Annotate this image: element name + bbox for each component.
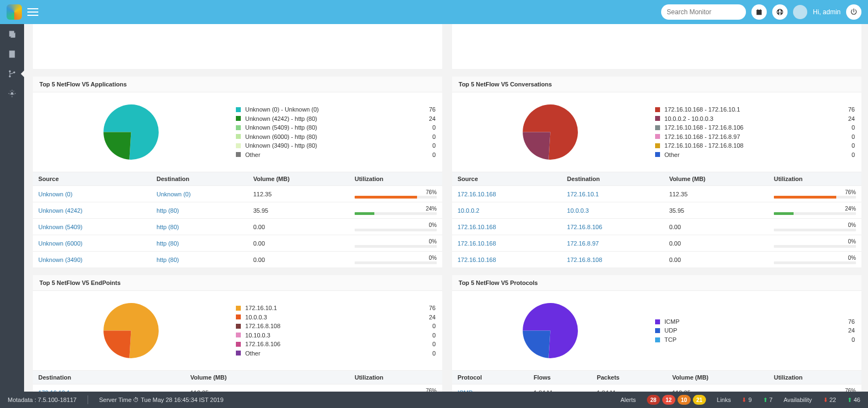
- link[interactable]: 172.16.10.168: [458, 224, 496, 230]
- link[interactable]: http (80): [157, 257, 179, 263]
- legend-swatch: [236, 125, 241, 130]
- legend-item: Unknown (6000) - http (80)0: [236, 132, 436, 142]
- legend-swatch: [236, 306, 241, 311]
- legend-swatch: [236, 152, 241, 157]
- utilization-pct: 0%: [355, 222, 437, 228]
- main-content[interactable]: Top 5 NetFlow V5 Applications Unknown (0…: [24, 24, 868, 392]
- arrow-down-icon: ⬇: [742, 397, 747, 404]
- legend-value: 24: [837, 326, 855, 335]
- link[interactable]: Unknown (4242): [38, 207, 83, 214]
- panel-title: Top 5 NetFlow V5 Conversations: [452, 77, 861, 92]
- legend-swatch: [236, 351, 241, 355]
- link[interactable]: Unknown (0): [157, 191, 190, 197]
- legend-value: 0: [418, 132, 436, 142]
- panel-title: Top 5 NetFlow V5 Applications: [33, 77, 442, 92]
- utilization-cell: 76%: [768, 186, 861, 202]
- link[interactable]: 172.16.10.1: [567, 191, 599, 197]
- col-destination: Destination: [33, 371, 185, 384]
- utilization-bar: [355, 196, 437, 199]
- cell: Unknown (4242): [33, 202, 151, 219]
- avatar[interactable]: [793, 5, 807, 19]
- legend-item: 10.0.0.324: [236, 313, 436, 322]
- availability-up: ⬆46: [847, 397, 860, 404]
- utilization-pct: 76%: [774, 388, 856, 392]
- utilization-pct: 0%: [355, 255, 437, 261]
- badge-major[interactable]: 12: [662, 395, 675, 405]
- clipboard-icon: [755, 8, 763, 16]
- utilization-bar: [774, 261, 856, 264]
- utilization-bar: [774, 196, 856, 199]
- sidenav-item-2[interactable]: [0, 46, 24, 62]
- legend-item: 172.16.10.168 - 172.16.8.1080: [655, 141, 855, 150]
- cell: 172.16.8.97: [562, 235, 664, 252]
- svg-point-2: [9, 71, 11, 72]
- server-time: Server Time ⏱ Tue May 28 16:45:34 IST 20…: [99, 397, 223, 403]
- link[interactable]: 172.16.8.108: [567, 257, 602, 263]
- legend-item: Unknown (4242) - http (80)24: [236, 114, 436, 124]
- legend-value: 0: [418, 322, 436, 331]
- link[interactable]: Unknown (0): [38, 191, 72, 197]
- link[interactable]: 10.0.0.2: [458, 207, 479, 214]
- utilization-bar: [774, 245, 856, 248]
- col-volume: Volume (MB): [185, 371, 349, 384]
- legend-name: 172.16.10.168 - 172.16.8.97: [664, 132, 833, 142]
- clipboard-button[interactable]: [751, 4, 767, 20]
- link[interactable]: 172.16.8.97: [567, 240, 599, 247]
- link[interactable]: 172.16.8.106: [567, 224, 602, 230]
- cell: 112.35: [667, 384, 768, 392]
- legend-value: 24: [418, 313, 436, 322]
- col-source: Source: [452, 172, 562, 186]
- utilization-cell: 76%: [349, 186, 442, 202]
- link[interactable]: Unknown (3490): [38, 257, 83, 263]
- col-packets: Packets: [591, 371, 667, 384]
- legend-swatch: [655, 125, 660, 130]
- menu-toggle[interactable]: [27, 8, 38, 16]
- badge-low[interactable]: 21: [693, 395, 706, 405]
- search-input[interactable]: [667, 8, 749, 16]
- link[interactable]: http (80): [157, 207, 179, 214]
- legend-item: 10.0.0.2 - 10.0.0.324: [655, 114, 855, 124]
- link[interactable]: Unknown (6000): [38, 240, 83, 247]
- panel-title: Top 5 NetFlow V5 EndPoints: [33, 275, 442, 291]
- col-utilization: Utilization: [768, 371, 861, 384]
- col-volume: Volume (MB): [667, 371, 768, 384]
- logout-button[interactable]: [846, 4, 861, 20]
- sidenav-item-1[interactable]: [0, 26, 24, 43]
- col-protocol: Protocol: [452, 371, 528, 384]
- legend-value: 0: [837, 150, 855, 160]
- utilization-cell: 76%: [349, 384, 442, 392]
- legend-name: Other: [245, 349, 414, 358]
- alerts-label: Alerts: [621, 397, 636, 403]
- link[interactable]: http (80): [157, 240, 179, 247]
- cell: 172.16.8.106: [562, 219, 664, 235]
- table-row: 172.16.10.1112.3576%: [33, 384, 442, 392]
- legend-value: 0: [418, 340, 436, 349]
- link[interactable]: 172.16.10.168: [458, 191, 496, 197]
- table-row: 10.0.0.210.0.0.335.9524%: [452, 202, 861, 219]
- utilization-bar: [774, 212, 856, 215]
- legend-item: Other0: [236, 150, 436, 160]
- legend-value: 0: [418, 331, 436, 340]
- badge-critical[interactable]: 28: [647, 395, 660, 405]
- utilization-pct: 24%: [774, 206, 856, 212]
- search-monitor[interactable]: [661, 4, 746, 20]
- legend-swatch: [655, 116, 660, 121]
- utilization-pct: 24%: [355, 206, 437, 212]
- link[interactable]: 172.16.10.168: [458, 257, 496, 263]
- utilization-cell: 76%: [768, 384, 861, 392]
- globe-button[interactable]: [772, 4, 788, 20]
- link[interactable]: Unknown (5409): [38, 224, 83, 230]
- alerts-badges[interactable]: 28 12 10 21: [647, 395, 706, 405]
- app-logo: [7, 4, 22, 20]
- sidenav-item-4[interactable]: [0, 85, 24, 102]
- badge-warning[interactable]: 10: [678, 395, 691, 405]
- legend-value: 24: [418, 114, 436, 124]
- link[interactable]: 10.0.0.3: [567, 207, 589, 214]
- utilization-pct: 76%: [355, 189, 437, 195]
- cell: 112.35: [248, 186, 349, 202]
- sidenav-item-3[interactable]: [0, 66, 24, 82]
- legend-item: 172.16.10.176: [236, 304, 436, 313]
- link[interactable]: http (80): [157, 224, 179, 230]
- link[interactable]: 172.16.10.168: [458, 240, 496, 247]
- legend-swatch: [236, 116, 241, 121]
